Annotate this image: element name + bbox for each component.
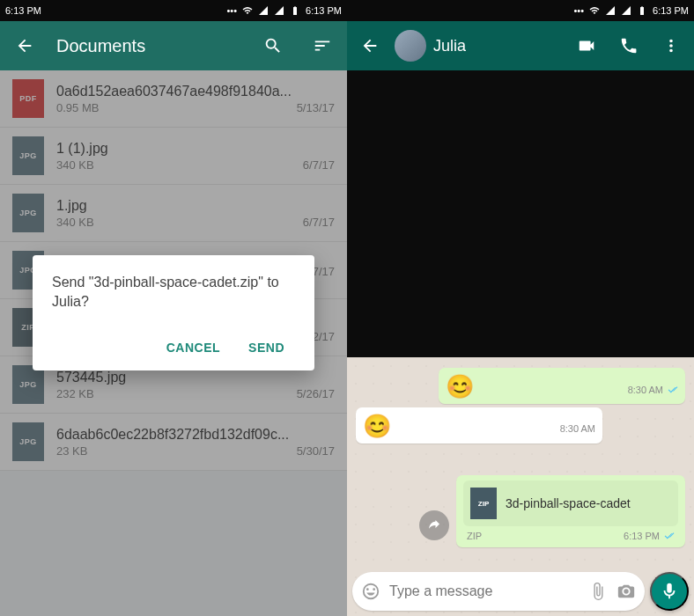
more-vert-icon [661,36,681,55]
read-receipt-icon [666,384,678,396]
signal-icon [605,5,616,16]
voice-call-button[interactable] [611,28,646,63]
arrow-back-icon [360,36,380,55]
phone-icon [619,36,639,55]
message-out[interactable]: 😊 8:30 AM [439,368,685,404]
video-call-button[interactable] [569,28,604,63]
battery-icon [637,5,647,16]
file-name: 3d-pinball-space-cadet [506,496,671,510]
time-text: 6:13 PM [624,531,660,541]
signal-icon-2 [274,5,284,16]
send-button[interactable]: SEND [238,334,295,362]
chat-blackspace [347,70,694,357]
dialog-message: Send "3d-pinball-space-cadet.zip" to Jul… [52,273,295,312]
status-icons: ••• 6:13 PM [41,5,342,16]
mic-button[interactable] [650,572,689,611]
wifi-icon [589,5,600,16]
camera-icon[interactable] [616,582,636,601]
forward-icon [426,517,442,533]
forward-button[interactable] [419,510,449,540]
status-time-right: 6:13 PM [306,5,342,16]
message-time: 8:30 AM [628,384,678,396]
chat-pane: ••• 6:13 PM Julia 😊 8:30 AM [347,0,694,616]
status-icons: ••• 6:13 PM [352,5,689,16]
dialog-scrim[interactable]: Send "3d-pinball-space-cadet.zip" to Jul… [0,70,347,616]
menu-button[interactable] [653,28,689,63]
message-time: 8:30 AM [560,423,595,434]
more-dots-icon: ••• [573,5,584,16]
avatar[interactable] [395,30,426,62]
video-icon [577,36,596,55]
cancel-button[interactable]: CANCEL [156,334,231,362]
message-time: 6:13 PM [624,530,675,542]
chat-header: Julia [347,21,694,70]
confirm-dialog: Send "3d-pinball-space-cadet.zip" to Jul… [33,255,314,370]
search-button[interactable] [255,28,291,63]
signal-icon-2 [621,5,631,16]
file-attachment[interactable]: ZIP 3d-pinball-space-cadet [463,480,678,526]
message-in[interactable]: 😊 8:30 AM [356,407,602,444]
sort-icon [313,36,332,55]
signal-icon [258,5,269,16]
file-meta: ZIP 6:13 PM [463,530,678,544]
message-input-box[interactable] [352,572,645,611]
input-bar [352,572,689,611]
page-title: Documents [56,36,241,56]
emoji-content: 😊 [363,413,391,440]
file-type: ZIP [467,531,482,541]
emoji-icon[interactable] [361,582,380,601]
emoji-content: 😊 [446,373,474,400]
zip-icon: ZIP [470,488,497,519]
message-input[interactable] [389,583,580,599]
file-message-out[interactable]: ZIP 3d-pinball-space-cadet ZIP 6:13 PM [456,475,685,547]
mic-icon [660,582,679,601]
status-time: 6:13 PM [5,5,41,16]
documents-header: Documents [0,21,347,70]
read-receipt-icon [662,530,675,542]
search-icon [263,36,283,55]
battery-icon [290,5,300,16]
status-bar-left: 6:13 PM ••• 6:13 PM [0,0,347,21]
time-text: 8:30 AM [628,385,663,395]
contact-name[interactable]: Julia [433,37,562,55]
sort-button[interactable] [305,28,340,63]
attach-icon[interactable] [588,582,608,601]
more-dots-icon: ••• [226,5,237,16]
wifi-icon [242,5,253,16]
back-button[interactable] [7,28,42,63]
back-button[interactable] [352,28,388,63]
status-time-right: 6:13 PM [653,5,689,16]
arrow-back-icon [15,36,34,55]
dialog-actions: CANCEL SEND [52,334,295,362]
chat-area[interactable]: 😊 8:30 AM 😊 8:30 AM ZIP 3d-pinball-space… [347,357,694,616]
documents-pane: 6:13 PM ••• 6:13 PM Documents PDF 0a6d15… [0,0,347,616]
status-bar-right: ••• 6:13 PM [347,0,694,21]
